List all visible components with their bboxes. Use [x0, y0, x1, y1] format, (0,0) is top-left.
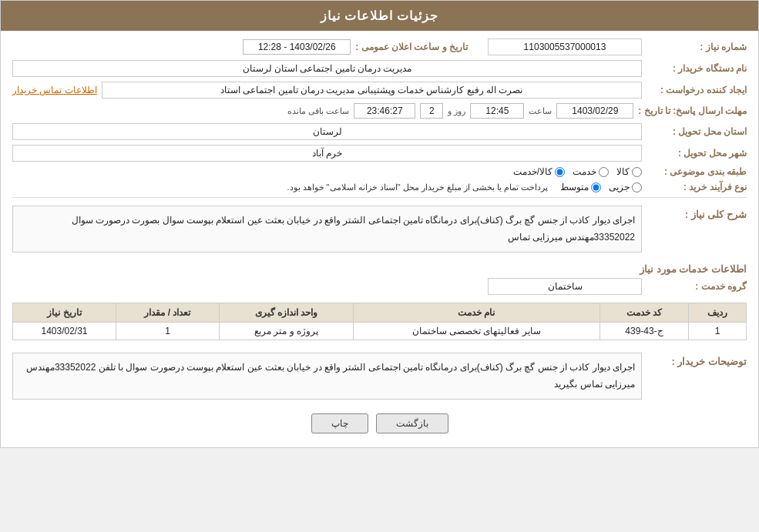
radio-kala-khedmat-label: کالا/خدمت [513, 166, 552, 177]
radio-kala-label: کالا [616, 166, 630, 177]
publish-date-label: تاریخ و ساعت اعلان عمومی : [355, 42, 468, 52]
cell-name: سایر فعالیتهای تخصصی ساختمان [353, 323, 599, 340]
service-group-label: گروه خدمت : [646, 281, 747, 292]
purchase-type-row: نوع فرآیند خرید : جزیی متوسط پرداخت تمام… [12, 182, 747, 192]
col-header-quantity: تعداد / مقدار [116, 303, 220, 323]
table-body: 1ج-43-439سایر فعالیتهای تخصصی ساختمانپرو… [13, 323, 747, 340]
table-row: 1ج-43-439سایر فعالیتهای تخصصی ساختمانپرو… [13, 323, 747, 340]
service-table: ردیف کد خدمت نام خدمت واحد اندازه گیری ت… [12, 303, 747, 340]
service-group-value: ساختمان [488, 278, 642, 295]
purchase-type-label: نوع فرآیند خرید : [646, 182, 747, 192]
creator-row: ایجاد کننده درخواست : نصرت اله رفیع کارش… [12, 82, 747, 99]
buyer-org-row: نام دستگاه خریدار : مدیریت درمان تامین ا… [12, 60, 747, 77]
buyer-note-text: اجرای دیوار کاذب از جنس گچ برگ (کناف)برا… [12, 353, 642, 400]
radio-jozii[interactable] [632, 182, 642, 192]
creator-value: نصرت اله رفیع کارشناس خدمات وپشتیبانی مد… [102, 82, 642, 99]
province-label: استان محل تحویل : [646, 126, 747, 137]
city-label: شهر محل تحویل : [646, 148, 747, 159]
reply-remaining-time: 23:46:27 [354, 103, 415, 119]
footer-buttons: بازگشت چاپ [12, 413, 747, 433]
description-text: اجرای دیوار کاذب از جنس گچ برگ (کناف)برا… [12, 206, 642, 253]
reply-remaining-label: ساعت باقی مانده [287, 106, 349, 116]
reply-deadline-row: مهلت ارسال پاسخ: تا تاریخ : 1403/02/29 س… [12, 103, 747, 119]
purchase-note: پرداخت تمام یا بخشی از مبلغ خریدار محل "… [287, 182, 548, 192]
page-title: جزئیات اطلاعات نیاز [321, 9, 439, 22]
purchase-type-radio-group: جزیی متوسط [560, 182, 642, 192]
table-header-row: ردیف کد خدمت نام خدمت واحد اندازه گیری ت… [13, 303, 747, 323]
reply-days-label: روز و [448, 106, 465, 116]
table-head: ردیف کد خدمت نام خدمت واحد اندازه گیری ت… [13, 303, 747, 323]
buyer-org-value: مدیریت درمان تامین اجتماعی استان لرستان [12, 60, 642, 77]
radio-motavasset[interactable] [591, 182, 601, 192]
reply-date: 1403/02/29 [556, 103, 633, 119]
service-info-section-title: اطلاعات خدمات مورد نیاز [12, 263, 747, 275]
content-area: شماره نیاز : 1103005537000013 تاریخ و سا… [1, 31, 758, 447]
need-number-row: شماره نیاز : 1103005537000013 تاریخ و سا… [12, 38, 747, 55]
reply-time: 12:45 [470, 103, 524, 119]
col-header-code: کد خدمت [599, 303, 688, 323]
radio-jozii-label: جزیی [609, 182, 630, 192]
creator-label: ایجاد کننده درخواست : [646, 85, 747, 95]
category-row: طبقه بندی موضوعی : کالا خدمت کالا/خدمت [12, 166, 747, 177]
reply-time-label: ساعت [529, 106, 552, 116]
cell-unit: پروژه و متر مربع [219, 323, 353, 340]
category-label: طبقه بندی موضوعی : [646, 166, 747, 177]
col-header-row: ردیف [689, 303, 747, 323]
back-button[interactable]: بازگشت [376, 413, 448, 433]
service-table-section: ردیف کد خدمت نام خدمت واحد اندازه گیری ت… [12, 303, 747, 340]
buyer-org-label: نام دستگاه خریدار : [646, 63, 747, 74]
cell-row: 1 [689, 323, 747, 340]
cell-date: 1403/02/31 [13, 323, 116, 340]
radio-kala-khedmat[interactable] [555, 167, 565, 177]
buyer-note-label: توضیحات خریدار : [646, 354, 747, 367]
category-khedmat: خدمت [573, 166, 609, 177]
purchase-motavasset: متوسط [560, 182, 601, 192]
reply-days: 2 [420, 103, 443, 119]
province-value: لرستان [12, 123, 642, 140]
cell-code: ج-43-439 [599, 323, 688, 340]
city-row: شهر محل تحویل : خرم آباد [12, 145, 747, 162]
radio-khedmat-label: خدمت [573, 166, 596, 177]
cell-quantity: 1 [116, 323, 220, 340]
page-wrapper: جزئیات اطلاعات نیاز شماره نیاز : 1103005… [0, 0, 759, 448]
service-group-row: گروه خدمت : ساختمان [12, 278, 747, 295]
page-header: جزئیات اطلاعات نیاز [1, 1, 758, 31]
city-value: خرم آباد [12, 145, 642, 162]
description-label: شرح کلی نیاز : [646, 207, 747, 220]
col-header-name: نام خدمت [353, 303, 599, 323]
col-header-unit: واحد اندازه گیری [219, 303, 353, 323]
province-row: استان محل تحویل : لرستان [12, 123, 747, 140]
reply-deadline-label: مهلت ارسال پاسخ: تا تاریخ : [638, 105, 747, 116]
need-number-label: شماره نیاز : [646, 42, 747, 52]
radio-khedmat[interactable] [599, 167, 609, 177]
buyer-note-row: توضیحات خریدار : اجرای دیوار کاذب از جنس… [12, 348, 747, 404]
divider1 [12, 197, 747, 198]
creator-link[interactable]: اطلاعات تماس خریدار [12, 85, 97, 95]
radio-motavasset-label: متوسط [560, 182, 589, 192]
col-header-date: تاریخ نیاز [13, 303, 116, 323]
category-kala-khedmat: کالا/خدمت [513, 166, 565, 177]
purchase-jozii: جزیی [609, 182, 642, 192]
category-kala: کالا [616, 166, 642, 177]
need-number-value: 1103005537000013 [488, 38, 642, 55]
radio-kala[interactable] [632, 167, 642, 177]
publish-date-value: 1403/02/26 - 12:28 [243, 39, 351, 55]
print-button[interactable]: چاپ [311, 413, 368, 433]
description-row: شرح کلی نیاز : اجرای دیوار کاذب از جنس گ… [12, 201, 747, 257]
category-radio-group: کالا خدمت کالا/خدمت [513, 166, 642, 177]
